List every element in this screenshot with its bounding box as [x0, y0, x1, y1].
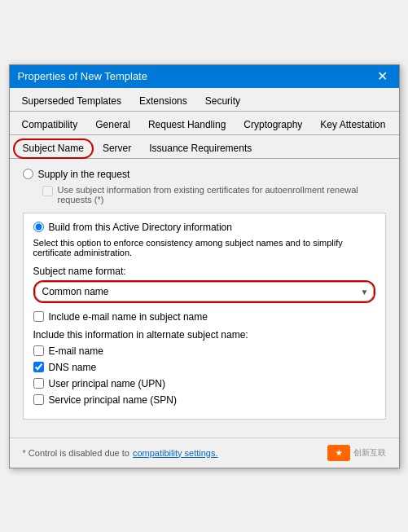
alt-spn-checkbox[interactable] — [33, 394, 44, 405]
autoenrollment-label: Use subject information from existing ce… — [58, 185, 386, 204]
footer-note: * Control is disabled due to — [23, 448, 129, 458]
subject-name-format-select-wrapper: Common name None Fully distinguished nam… — [33, 280, 375, 303]
include-email-row: Include e-mail name in subject name — [33, 311, 375, 323]
subject-name-format-select[interactable]: Common name None Fully distinguished nam… — [35, 282, 374, 301]
close-button[interactable]: ✕ — [374, 70, 391, 83]
tab-server[interactable]: Server — [94, 138, 140, 158]
tab-subject-name[interactable]: Subject Name — [13, 138, 94, 159]
build-from-ad-label: Build from this Active Directory informa… — [49, 222, 232, 233]
tab-extensions[interactable]: Extensions — [130, 91, 196, 111]
subject-name-format-label: Subject name format: — [33, 266, 375, 277]
build-from-ad-title-row: Build from this Active Directory informa… — [33, 222, 375, 233]
tab-request-handling[interactable]: Request Handling — [139, 115, 235, 134]
supply-in-request-label: Supply in the request — [38, 169, 130, 180]
alt-upn-label: User principal name (UPN) — [49, 378, 165, 389]
content-area: Supply in the request Use subject inform… — [10, 159, 399, 437]
alternate-subject-label: Include this information in alternate su… — [33, 329, 375, 341]
sub-option-autoenrollment: Use subject information from existing ce… — [42, 185, 386, 204]
alt-spn-label: Service principal name (SPN) — [49, 394, 177, 406]
tab-compatibility[interactable]: Compatibility — [13, 115, 87, 134]
alt-email-row: E-mail name — [33, 345, 375, 357]
build-from-ad-description: Select this option to enforce consistenc… — [33, 238, 375, 257]
tabs-row1: Superseded Templates Extensions Security — [10, 88, 399, 112]
alt-dns-checkbox[interactable] — [33, 362, 44, 372]
compatibility-settings-link[interactable]: compatibility settings. — [133, 448, 218, 458]
alt-email-label: E-mail name — [49, 345, 103, 357]
logo-icon: ★ — [327, 445, 350, 461]
tab-issuance-requirements[interactable]: Issuance Requirements — [140, 138, 261, 158]
alt-upn-row: User principal name (UPN) — [33, 378, 375, 389]
build-from-ad-radio[interactable] — [33, 222, 44, 232]
alt-dns-label: DNS name — [49, 362, 97, 373]
include-email-label: Include e-mail name in subject name — [49, 311, 208, 323]
tab-general[interactable]: General — [86, 115, 139, 134]
tabs-row3: Subject Name Server Issuance Requirement… — [10, 135, 399, 159]
autoenrollment-checkbox[interactable] — [42, 186, 53, 196]
alt-dns-row: DNS name — [33, 362, 375, 373]
footer-logo: ★ 创新互联 — [327, 445, 386, 461]
build-from-ad-section: Build from this Active Directory informa… — [23, 213, 386, 420]
alt-upn-checkbox[interactable] — [33, 378, 44, 389]
tab-security[interactable]: Security — [196, 91, 249, 111]
title-bar: Properties of New Template ✕ — [10, 65, 399, 88]
tab-cryptography[interactable]: Cryptography — [235, 115, 311, 134]
include-email-checkbox[interactable] — [33, 311, 44, 322]
dialog-window: Properties of New Template ✕ Superseded … — [9, 64, 400, 468]
supply-in-request-radio[interactable] — [23, 169, 33, 179]
tab-superseded-templates[interactable]: Superseded Templates — [13, 91, 131, 111]
logo-brand: 创新互联 — [353, 447, 386, 459]
alt-email-checkbox[interactable] — [33, 345, 44, 356]
supply-in-request-row: Supply in the request — [23, 169, 386, 180]
tabs-row2: Compatibility General Request Handling C… — [10, 112, 399, 135]
tab-key-attestation[interactable]: Key Attestation — [311, 115, 394, 134]
dialog-title: Properties of New Template — [18, 70, 147, 82]
alt-spn-row: Service principal name (SPN) — [33, 394, 375, 406]
footer: * Control is disabled due to compatibili… — [10, 437, 399, 468]
